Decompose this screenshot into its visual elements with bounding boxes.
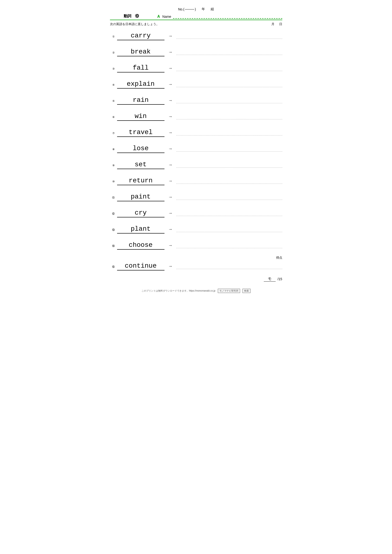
arrow-icon: → <box>168 264 173 269</box>
vocab-item: ⑧lose→ <box>110 143 282 155</box>
answer-line <box>176 114 282 119</box>
arrow-icon: → <box>168 179 173 184</box>
item-word: explain <box>117 80 164 89</box>
final-score-row: モ/15 <box>110 277 282 282</box>
item-number: ⑪ <box>110 196 117 200</box>
arrow-icon: → <box>168 162 173 167</box>
arrow-icon: → <box>168 227 173 232</box>
answer-line <box>176 82 282 87</box>
item-word: continue <box>117 262 164 270</box>
answer-line <box>176 263 282 269</box>
answer-line <box>176 130 282 135</box>
arrow-icon: → <box>168 211 173 216</box>
no-space <box>185 9 194 9</box>
arrow-icon: → <box>168 82 173 87</box>
answer-line <box>176 226 282 232</box>
footer-btn1[interactable]: モノマナビ研究所 <box>218 289 240 293</box>
arrow-icon: → <box>168 243 173 248</box>
mo-icon: モ <box>264 277 276 282</box>
item-number: ⑨ <box>110 164 117 167</box>
vocab-item: ⑪paint→ <box>110 191 282 203</box>
arrow-icon: → <box>168 34 173 39</box>
vocab-item: ⑩return→ <box>110 175 282 187</box>
item-number: ⑧ <box>110 148 117 151</box>
title-row: 動詞 ⑩ A Name <box>110 14 282 20</box>
answer-line <box>176 210 282 216</box>
vocab-item: ②break→ <box>110 46 282 58</box>
vocab-item: ⑬plant→ <box>110 223 282 235</box>
answer-line <box>176 162 282 168</box>
item-word: set <box>117 161 164 169</box>
answer-line <box>176 97 282 103</box>
month-label: 月 <box>271 22 274 26</box>
item-number: ⑮ <box>110 265 117 269</box>
vocab-item: ⑭choose→ <box>110 239 282 251</box>
vocab-item: ④explain→ <box>110 78 282 90</box>
vocab-item: ⑤rain→ <box>110 95 282 106</box>
item-word: rain <box>117 97 164 105</box>
item-word: travel <box>117 129 164 137</box>
instruction-row: 次の英語を日本語に直しましょう。 月 日 <box>110 22 282 26</box>
item-number: ① <box>110 35 117 38</box>
answer-line <box>176 194 282 200</box>
arrow-icon: → <box>168 98 173 103</box>
item-number: ⑥ <box>110 116 117 119</box>
date-box: 月 日 <box>271 22 282 26</box>
vocab-item: ⑫cry→ <box>110 207 282 219</box>
total-score: /15 <box>278 277 282 281</box>
arrow-icon: → <box>168 130 173 135</box>
answer-line <box>176 178 282 184</box>
arrow-icon: → <box>168 66 173 71</box>
instruction-text: 次の英語を日本語に直しましょう。 <box>110 22 159 26</box>
year-label: 年 <box>202 7 205 11</box>
no-close: ) <box>195 7 196 11</box>
item-word: plant <box>117 225 164 234</box>
answer-line <box>176 49 282 55</box>
answer-line <box>176 146 282 152</box>
item-word: cry <box>117 209 164 217</box>
item-word: fall <box>117 64 164 72</box>
answer-line <box>176 33 282 39</box>
footer-text: このプリントは無料ダウンロードできます。https://monomanabi.c… <box>141 289 216 292</box>
answer-line <box>176 65 282 71</box>
arrow-icon: → <box>168 146 173 151</box>
item-word: lose <box>117 145 164 153</box>
item-word: paint <box>117 193 164 201</box>
class-label: 組 <box>211 7 214 11</box>
day-label: 日 <box>279 22 282 26</box>
name-line <box>173 14 282 19</box>
item-word: win <box>117 112 164 121</box>
arrow-icon: → <box>168 50 173 55</box>
vocab-item: ⑨set→ <box>110 159 282 171</box>
item-number: ⑭ <box>110 244 117 248</box>
vocab-item: ①carry→ <box>110 30 282 42</box>
item-word: choose <box>117 241 164 250</box>
item-number: ② <box>110 51 117 54</box>
grade-label: A <box>157 14 160 19</box>
item-number: ④ <box>110 83 117 86</box>
item-number: ⑫ <box>110 212 117 215</box>
item-word: carry <box>117 32 164 40</box>
item-number: ⑬ <box>110 228 117 232</box>
item-number: ⑦ <box>110 132 117 135</box>
worksheet-title: 動詞 ⑩ <box>110 14 153 19</box>
footer: このプリントは無料ダウンロードできます。https://monomanabi.c… <box>110 289 282 293</box>
name-row: Name <box>162 14 282 19</box>
footer-btn2[interactable]: 検索 <box>242 289 251 293</box>
vocab-item: ⑦travel→ <box>110 127 282 138</box>
no-label: No.( <box>178 7 184 11</box>
item-number: ③ <box>110 67 117 70</box>
name-label: Name <box>162 15 171 19</box>
vocab-list: ①carry→②break→③fall→④explain→⑤rain→⑥win→… <box>110 30 282 282</box>
vocab-item: ⑥win→ <box>110 111 282 122</box>
arrow-icon: → <box>168 195 173 200</box>
answer-line <box>176 242 282 248</box>
item-word: break <box>117 48 164 56</box>
item-number: ⑩ <box>110 180 117 183</box>
arrow-icon: → <box>168 114 173 119</box>
vocab-item: ③fall→ <box>110 62 282 74</box>
item-word: return <box>117 177 164 185</box>
vocab-item: ⑮continue→ <box>110 260 282 272</box>
item-number: ⑤ <box>110 99 117 103</box>
score-label-inline: 得点 <box>110 256 282 260</box>
